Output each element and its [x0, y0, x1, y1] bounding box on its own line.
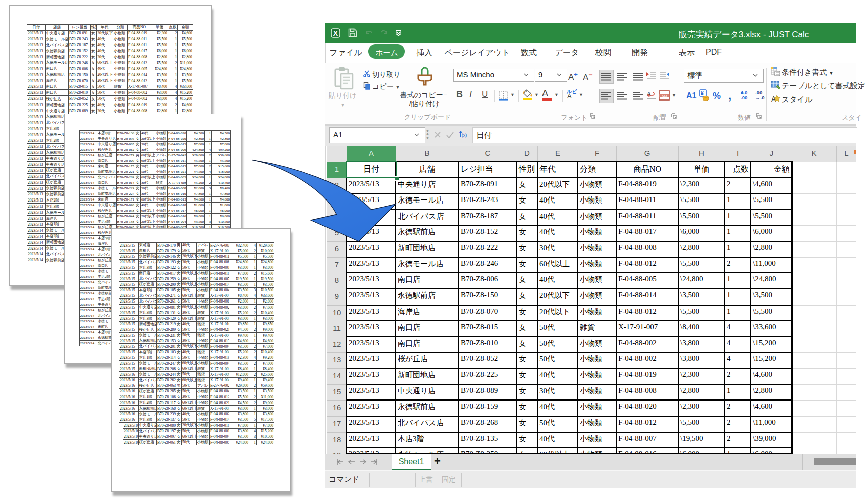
- svg-text:(A): (A): [662, 94, 667, 98]
- svg-text:¥: ¥: [701, 91, 704, 96]
- svg-text:X: X: [333, 29, 338, 37]
